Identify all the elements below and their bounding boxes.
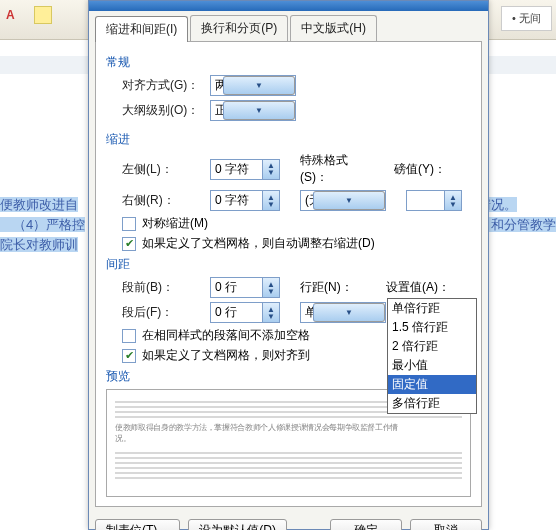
right-indent-spinner[interactable]: ▲▼	[210, 190, 280, 211]
tabs-button[interactable]: 制表位(T)…	[95, 519, 180, 530]
spinner-icon[interactable]: ▲▼	[262, 191, 279, 210]
preview-sample-text: 使教师取得自身的教学方法，掌握符合教师个人修课授课情况会每期争取监督工作情况。	[115, 422, 410, 444]
linespacing-combo[interactable]: 单倍行距 ▼	[300, 302, 386, 323]
same-style-label: 在相同样式的段落间不添加空格	[142, 327, 310, 344]
label-right: 右侧(R)：	[122, 192, 202, 209]
dialog-titlebar	[89, 1, 488, 11]
style-label: • 无间	[501, 6, 552, 31]
ok-button[interactable]: 确定	[330, 519, 402, 530]
auto-adjust-indent-checkbox[interactable]	[122, 237, 136, 251]
after-spinner[interactable]: ▲▼	[210, 302, 280, 323]
dialog-footer: 制表位(T)… 设为默认值(D) 确定 取消	[89, 513, 488, 530]
snap-grid-label: 如果定义了文档网格，则对齐到	[142, 347, 310, 364]
dropdown-item-selected[interactable]: 固定值	[388, 375, 476, 394]
paragraph-dialog: 缩进和间距(I) 换行和分页(P) 中文版式(H) 常规 对齐方式(G)： 两端…	[88, 0, 489, 530]
auto-adjust-indent-label: 如果定义了文档网格，则自动调整右缩进(D)	[142, 235, 375, 252]
left-indent-spinner[interactable]: ▲▼	[210, 159, 280, 180]
after-input[interactable]	[211, 306, 262, 320]
outline-combo[interactable]: 正文文本 ▼	[210, 100, 296, 121]
label-outline: 大纲级别(O)：	[122, 102, 202, 119]
spinner-icon[interactable]: ▲▼	[262, 278, 279, 297]
mirror-indent-label: 对称缩进(M)	[142, 215, 208, 232]
doc-text-bg-right: 情况。 。和分管教学	[478, 195, 556, 235]
section-spacing: 间距	[106, 256, 471, 273]
linespacing-dropdown[interactable]: 单倍行距 1.5 倍行距 2 倍行距 最小值 固定值 多倍行距	[387, 298, 477, 414]
alignment-combo[interactable]: 两端对齐 ▼	[210, 75, 296, 96]
dropdown-item[interactable]: 最小值	[388, 356, 476, 375]
by-value-input[interactable]: ▲▼	[406, 190, 462, 211]
before-spinner[interactable]: ▲▼	[210, 277, 280, 298]
label-after: 段后(F)：	[122, 304, 202, 321]
tab-line-page-breaks[interactable]: 换行和分页(P)	[190, 15, 288, 41]
spinner-icon[interactable]: ▲▼	[262, 303, 279, 322]
before-input[interactable]	[211, 281, 262, 295]
snap-grid-checkbox[interactable]	[122, 349, 136, 363]
label-linespacing: 行距(N)：	[300, 279, 366, 296]
chevron-down-icon: ▼	[223, 76, 295, 95]
chevron-down-icon: ▼	[223, 101, 295, 120]
cancel-button[interactable]: 取消	[410, 519, 482, 530]
tab-panel: 常规 对齐方式(G)： 两端对齐 ▼ 大纲级别(O)： 正文文本 ▼ 缩进 左侧…	[95, 41, 482, 507]
label-special: 特殊格式(S)：	[300, 152, 374, 186]
chevron-down-icon: ▼	[313, 303, 385, 322]
special-combo[interactable]: (无) ▼	[300, 190, 386, 211]
section-general: 常规	[106, 54, 471, 71]
label-before: 段前(B)：	[122, 279, 202, 296]
same-style-checkbox[interactable]	[122, 329, 136, 343]
spinner-icon[interactable]: ▲▼	[444, 191, 461, 210]
tab-indent-spacing[interactable]: 缩进和间距(I)	[95, 16, 188, 42]
tab-asian-typography[interactable]: 中文版式(H)	[290, 15, 377, 41]
chevron-down-icon: ▼	[313, 191, 385, 210]
section-indent: 缩进	[106, 131, 471, 148]
dropdown-item[interactable]: 2 倍行距	[388, 337, 476, 356]
label-alignment: 对齐方式(G)：	[122, 77, 202, 94]
label-by: 磅值(Y)：	[394, 161, 446, 178]
label-at: 设置值(A)：	[386, 279, 450, 296]
dropdown-item[interactable]: 单倍行距	[388, 299, 476, 318]
tab-strip: 缩进和间距(I) 换行和分页(P) 中文版式(H)	[89, 11, 488, 41]
highlight-icon	[34, 6, 52, 24]
left-indent-input[interactable]	[211, 162, 262, 176]
dropdown-item[interactable]: 多倍行距	[388, 394, 476, 413]
spinner-icon[interactable]: ▲▼	[262, 160, 279, 179]
doc-text-bg: 便教师改进自 （4）严格控 院长对教师训	[0, 195, 85, 255]
dropdown-item[interactable]: 1.5 倍行距	[388, 318, 476, 337]
label-left: 左侧(L)：	[122, 161, 202, 178]
set-default-button[interactable]: 设为默认值(D)	[188, 519, 287, 530]
mirror-indent-checkbox[interactable]	[122, 217, 136, 231]
right-indent-input[interactable]	[211, 194, 262, 208]
